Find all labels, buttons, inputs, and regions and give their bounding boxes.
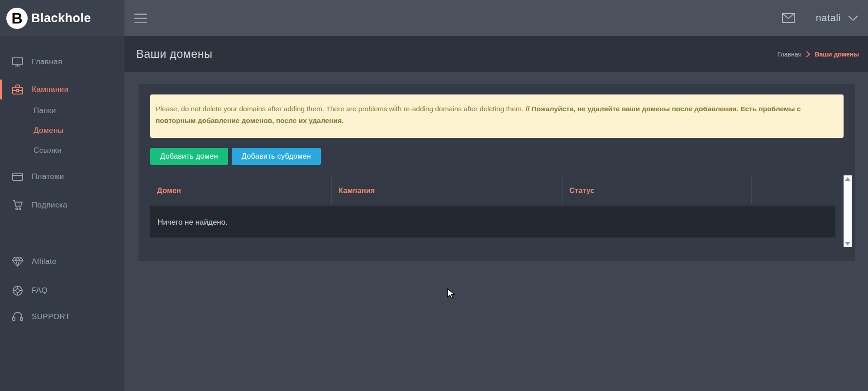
sidebar-item-label: SUPPORT	[32, 312, 70, 321]
sidebar-item-campaigns[interactable]: Кампании	[0, 80, 124, 99]
alert-text-en: Please, do not delete your domains after…	[156, 105, 524, 113]
table-header-row: Домен Кампания Статус	[150, 176, 835, 205]
breadcrumb-home-link[interactable]: Главная	[777, 51, 801, 58]
monitor-icon	[12, 57, 24, 66]
brand-logo-icon: B	[6, 8, 28, 29]
sidebar-item-affiliate[interactable]: Affilate	[0, 252, 124, 272]
breadcrumb: Главная Ваши домены	[777, 51, 859, 58]
sidebar-item-subscription[interactable]: Подписка	[0, 195, 124, 215]
lifebuoy-icon	[12, 285, 24, 296]
domains-card: Please, do not delete your domains after…	[138, 84, 855, 261]
sidebar-item-support[interactable]: SUPPORT	[0, 307, 124, 327]
menu-toggle-icon[interactable]	[134, 11, 147, 26]
table-scrollbar[interactable]	[844, 175, 852, 247]
sidebar-item-label: Ссылки	[33, 146, 62, 155]
brand-name: Blackhole	[31, 11, 91, 25]
sidebar-item-label: Платежи	[32, 172, 64, 181]
sidebar: Главная Кампании Папки Домены	[0, 36, 124, 391]
sidebar-item-payments[interactable]: Платежи	[0, 167, 124, 187]
username: natali	[816, 12, 841, 24]
breadcrumb-current[interactable]: Ваши домены	[815, 51, 859, 58]
column-header-campaign: Кампания	[332, 176, 563, 205]
chevron-right-icon	[806, 51, 810, 57]
chevron-down-icon	[848, 15, 858, 21]
add-domain-button[interactable]: Добавить домен	[150, 148, 228, 165]
brand[interactable]: B Blackhole	[0, 0, 124, 36]
sidebar-item-faq[interactable]: FAQ	[0, 281, 124, 301]
sidebar-item-home[interactable]: Главная	[0, 52, 124, 72]
domains-table: Домен Кампания Статус Ничего не найдено.	[150, 176, 844, 248]
user-menu[interactable]: natali	[816, 12, 858, 24]
warning-alert: Please, do not delete your domains after…	[150, 94, 844, 138]
table-empty-row: Ничего не найдено.	[150, 207, 835, 238]
sidebar-item-domains[interactable]: Домены	[0, 121, 124, 141]
sidebar-item-label: FAQ	[32, 286, 48, 295]
sidebar-item-label: Главная	[32, 57, 62, 66]
sidebar-item-label: Кампании	[32, 85, 68, 94]
sidebar-item-folders[interactable]: Папки	[0, 101, 124, 121]
empty-message: Ничего не найдено.	[157, 218, 228, 227]
headset-icon	[12, 312, 24, 322]
sidebar-item-label: Affilate	[32, 257, 57, 266]
add-subdomain-button[interactable]: Добавить субдомен	[232, 148, 321, 165]
page-title: Ваши домены	[136, 47, 212, 61]
scroll-up-icon[interactable]	[845, 177, 850, 181]
column-header-actions	[752, 176, 835, 205]
column-header-status: Статус	[563, 176, 752, 205]
sidebar-item-links[interactable]: Ссылки	[0, 141, 124, 160]
sidebar-item-label: Домены	[33, 126, 63, 135]
column-header-domain: Домен	[150, 176, 332, 205]
cart-plus-icon	[12, 200, 24, 210]
topbar: B Blackhole natali	[0, 0, 868, 36]
topbar-right: natali	[124, 0, 868, 36]
diamond-icon	[12, 257, 24, 267]
briefcase-icon	[12, 85, 24, 94]
mail-icon[interactable]	[782, 13, 795, 23]
credit-card-icon	[12, 173, 24, 181]
scroll-down-icon[interactable]	[845, 242, 850, 245]
main-area: Please, do not delete your domains after…	[124, 72, 868, 391]
sidebar-item-label: Подписка	[32, 201, 67, 210]
page-header: Ваши домены Главная Ваши домены	[124, 36, 868, 72]
sidebar-item-label: Папки	[33, 106, 56, 115]
